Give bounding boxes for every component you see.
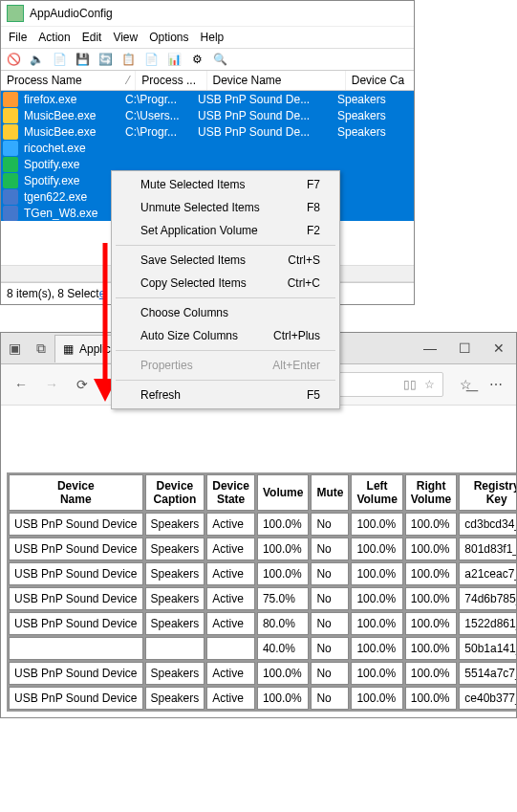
col-process-name[interactable]: Process Name ⁄ — [1, 71, 136, 90]
table-cell: Speakers — [145, 662, 205, 685]
table-row: USB PnP Sound DeviceSpeakersActive100.0%… — [9, 513, 516, 536]
table-cell: No — [311, 587, 349, 610]
menu-bar: File Action Edit View Options Help — [1, 27, 414, 49]
table-cell: Active — [206, 587, 255, 610]
menu-separator — [116, 350, 335, 351]
menu-item-refresh[interactable]: RefreshF5 — [114, 384, 337, 406]
table-cell: 100.0% — [405, 687, 457, 710]
device-name: USB PnP Sound De... — [192, 109, 332, 122]
menu-item-copy-selected-items[interactable]: Copy Selected ItemsCtrl+C — [114, 272, 337, 295]
table-cell: USB PnP Sound Device — [9, 562, 143, 585]
table-row[interactable]: firefox.exeC:\Progr...USB PnP Sound De..… — [1, 91, 414, 107]
tb-copy-icon[interactable]: 📋 — [119, 51, 137, 68]
table-cell: 801d83f1_0 — [459, 538, 516, 560]
table-cell: 100.0% — [405, 513, 457, 536]
status-link[interactable]: e — [99, 287, 106, 300]
table-cell: Speakers — [145, 687, 205, 710]
table-header: Volume — [257, 474, 309, 511]
menu-item-label: Properties — [140, 359, 193, 372]
tb-refresh-icon[interactable]: 🔄 — [97, 51, 114, 68]
menu-action[interactable]: Action — [38, 31, 70, 44]
tb-save-icon[interactable]: 💾 — [74, 51, 91, 68]
menu-item-label: Mute Selected Items — [140, 178, 245, 191]
forward-icon[interactable]: → — [43, 377, 60, 392]
device-caption: Speakers — [332, 93, 412, 106]
table-row[interactable]: MusicBee.exeC:\Users...USB PnP Sound De.… — [1, 107, 414, 123]
tb-mute-icon[interactable]: 🚫 — [5, 51, 22, 68]
table-cell: 100.0% — [257, 513, 309, 536]
table-cell — [9, 637, 143, 660]
table-cell: No — [311, 513, 349, 536]
menu-file[interactable]: File — [9, 31, 27, 44]
process-icon — [3, 124, 18, 140]
tb-options-icon[interactable]: ⚙ — [188, 51, 205, 68]
menu-item-shortcut: F8 — [307, 201, 320, 214]
back-icon[interactable]: ← — [12, 377, 30, 392]
menu-view[interactable]: View — [113, 31, 138, 44]
more-icon[interactable]: ⋯ — [487, 377, 505, 392]
table-row[interactable]: ricochet.exe — [1, 140, 414, 156]
table-cell: 100.0% — [351, 612, 402, 635]
menu-help[interactable]: Help — [201, 31, 225, 44]
menu-item-unmute-selected-items[interactable]: Unmute Selected ItemsF8 — [114, 196, 337, 219]
process-name: MusicBee.exe — [18, 125, 101, 139]
table-cell: Active — [206, 687, 255, 710]
table-header: Mute — [311, 474, 349, 511]
tb-props-icon[interactable]: 📄 — [142, 51, 160, 68]
table-cell: 100.0% — [351, 513, 402, 536]
col-device-caption[interactable]: Device Ca — [346, 71, 414, 90]
menu-item-shortcut: F5 — [307, 388, 320, 402]
menu-item-label: Choose Columns — [140, 306, 228, 319]
table-cell: No — [311, 662, 349, 685]
tb-unmute-icon[interactable]: 🔈 — [28, 51, 45, 68]
menu-item-auto-size-columns[interactable]: Auto Size ColumnsCtrl+Plus — [114, 324, 337, 347]
favorite-icon[interactable]: ☆ — [424, 378, 435, 391]
table-cell: 75.0% — [257, 587, 309, 610]
table-row: USB PnP Sound DeviceSpeakersActive100.0%… — [9, 538, 516, 560]
table-cell: 100.0% — [405, 538, 457, 560]
table-cell: No — [311, 687, 349, 710]
process-path: C:\Progr... — [119, 93, 192, 106]
toolbar: 🚫 🔈 📄 💾 🔄 📋 📄 📊 ⚙ 🔍 — [1, 49, 414, 71]
device-caption: Speakers — [332, 109, 412, 122]
menu-item-save-selected-items[interactable]: Save Selected ItemsCtrl+S — [114, 249, 337, 272]
menu-item-mute-selected-items[interactable]: Mute Selected ItemsF7 — [114, 173, 337, 196]
table-cell: 100.0% — [351, 562, 402, 585]
menu-item-choose-columns[interactable]: Choose Columns — [114, 301, 337, 324]
tab-aside-icon[interactable]: ▣ — [1, 340, 28, 356]
tab-favicon: ▦ — [63, 342, 74, 356]
menu-item-set-application-volume[interactable]: Set Application VolumeF2 — [114, 219, 337, 242]
table-cell: Active — [206, 562, 255, 585]
close-button[interactable]: ✕ — [482, 340, 516, 356]
menu-edit[interactable]: Edit — [82, 31, 102, 44]
tb-find-icon[interactable]: 🔍 — [211, 51, 228, 68]
favorites-hub-icon[interactable]: ☆͟ — [457, 377, 474, 392]
table-cell: Active — [206, 612, 255, 635]
refresh-icon[interactable]: ⟳ — [74, 377, 91, 392]
table-cell: 100.0% — [405, 562, 457, 585]
reading-view-icon[interactable]: ▯▯ — [403, 378, 417, 391]
device-caption: Speakers — [332, 125, 412, 139]
process-name: Spotify.exe — [18, 158, 85, 171]
process-name: TGen_W8.exe — [18, 207, 103, 220]
tb-doc-icon[interactable]: 📄 — [51, 51, 68, 68]
menu-separator — [116, 297, 335, 298]
tab-preview-icon[interactable]: ⧉ — [28, 340, 54, 357]
table-row[interactable]: MusicBee.exeC:\Progr...USB PnP Sound De.… — [1, 123, 414, 140]
menu-options[interactable]: Options — [149, 31, 188, 44]
tb-cols-icon[interactable]: 📊 — [165, 51, 183, 68]
col-process-id[interactable]: Process ... — [136, 71, 206, 90]
maximize-button[interactable]: ☐ — [447, 340, 482, 356]
minimize-button[interactable]: — — [413, 340, 447, 356]
table-cell: USB PnP Sound Device — [9, 538, 143, 560]
table-cell: 50b1a141_0 — [459, 637, 516, 660]
process-path: C:\Progr... — [119, 125, 192, 139]
col-device-name[interactable]: Device Name — [207, 71, 346, 90]
table-cell: Speakers — [145, 587, 205, 610]
table-cell: No — [311, 562, 349, 585]
table-cell: Active — [206, 513, 255, 536]
table-row: USB PnP Sound DeviceSpeakersActive75.0%N… — [9, 587, 516, 610]
app-icon — [7, 5, 24, 22]
menu-item-label: Copy Selected Items — [140, 276, 247, 290]
menu-item-label: Set Application Volume — [140, 224, 258, 237]
